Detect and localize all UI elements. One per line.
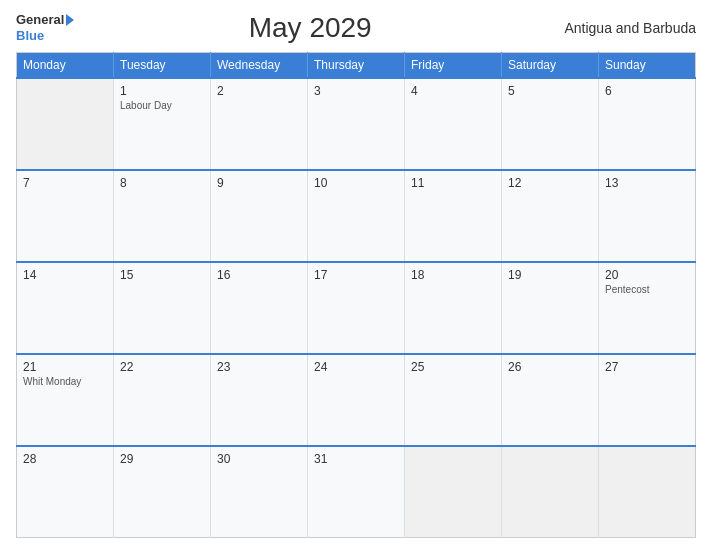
day-number: 17 (314, 268, 398, 282)
logo-general-text: General (16, 12, 64, 28)
page: General Blue May 2029 Antigua and Barbud… (0, 0, 712, 550)
col-tuesday: Tuesday (114, 53, 211, 79)
calendar-cell (17, 78, 114, 170)
day-number: 8 (120, 176, 204, 190)
calendar-cell: 10 (308, 170, 405, 262)
calendar-cell: 5 (502, 78, 599, 170)
day-number: 15 (120, 268, 204, 282)
calendar-cell: 24 (308, 354, 405, 446)
day-number: 14 (23, 268, 107, 282)
calendar-header-row: Monday Tuesday Wednesday Thursday Friday… (17, 53, 696, 79)
day-number: 4 (411, 84, 495, 98)
calendar-title: May 2029 (74, 12, 546, 44)
day-number: 31 (314, 452, 398, 466)
calendar-cell: 11 (405, 170, 502, 262)
calendar-cell: 28 (17, 446, 114, 538)
day-number: 7 (23, 176, 107, 190)
calendar-cell: 23 (211, 354, 308, 446)
day-number: 3 (314, 84, 398, 98)
holiday-label: Labour Day (120, 100, 204, 111)
day-number: 19 (508, 268, 592, 282)
day-number: 5 (508, 84, 592, 98)
day-number: 11 (411, 176, 495, 190)
calendar-cell: 14 (17, 262, 114, 354)
day-number: 2 (217, 84, 301, 98)
calendar-cell: 16 (211, 262, 308, 354)
calendar-cell: 9 (211, 170, 308, 262)
country-name: Antigua and Barbuda (546, 20, 696, 36)
day-number: 21 (23, 360, 107, 374)
calendar-week-1: 1Labour Day23456 (17, 78, 696, 170)
calendar-cell: 1Labour Day (114, 78, 211, 170)
header: General Blue May 2029 Antigua and Barbud… (16, 12, 696, 44)
col-sunday: Sunday (599, 53, 696, 79)
col-wednesday: Wednesday (211, 53, 308, 79)
calendar-cell (599, 446, 696, 538)
calendar-cell: 19 (502, 262, 599, 354)
holiday-label: Pentecost (605, 284, 689, 295)
calendar-cell: 15 (114, 262, 211, 354)
calendar-cell: 18 (405, 262, 502, 354)
col-monday: Monday (17, 53, 114, 79)
calendar-cell: 4 (405, 78, 502, 170)
day-number: 22 (120, 360, 204, 374)
calendar-cell (502, 446, 599, 538)
day-number: 13 (605, 176, 689, 190)
calendar-cell: 12 (502, 170, 599, 262)
day-number: 1 (120, 84, 204, 98)
calendar-cell: 31 (308, 446, 405, 538)
col-friday: Friday (405, 53, 502, 79)
day-number: 24 (314, 360, 398, 374)
calendar-week-4: 21Whit Monday222324252627 (17, 354, 696, 446)
calendar-cell: 20Pentecost (599, 262, 696, 354)
calendar-cell: 13 (599, 170, 696, 262)
calendar-cell (405, 446, 502, 538)
calendar-cell: 29 (114, 446, 211, 538)
day-number: 23 (217, 360, 301, 374)
day-number: 6 (605, 84, 689, 98)
calendar-week-2: 78910111213 (17, 170, 696, 262)
calendar-cell: 7 (17, 170, 114, 262)
logo-triangle-icon (66, 14, 74, 26)
calendar-cell: 3 (308, 78, 405, 170)
day-number: 12 (508, 176, 592, 190)
day-number: 25 (411, 360, 495, 374)
calendar-cell: 17 (308, 262, 405, 354)
calendar-cell: 2 (211, 78, 308, 170)
day-number: 18 (411, 268, 495, 282)
calendar-week-3: 14151617181920Pentecost (17, 262, 696, 354)
col-saturday: Saturday (502, 53, 599, 79)
calendar-table: Monday Tuesday Wednesday Thursday Friday… (16, 52, 696, 538)
logo: General Blue (16, 12, 74, 43)
day-number: 28 (23, 452, 107, 466)
calendar-cell: 30 (211, 446, 308, 538)
holiday-label: Whit Monday (23, 376, 107, 387)
col-thursday: Thursday (308, 53, 405, 79)
day-number: 27 (605, 360, 689, 374)
day-number: 10 (314, 176, 398, 190)
calendar-cell: 6 (599, 78, 696, 170)
calendar-cell: 21Whit Monday (17, 354, 114, 446)
calendar-week-5: 28293031 (17, 446, 696, 538)
logo-blue-text: Blue (16, 28, 74, 44)
day-number: 16 (217, 268, 301, 282)
calendar-cell: 27 (599, 354, 696, 446)
day-number: 30 (217, 452, 301, 466)
day-number: 26 (508, 360, 592, 374)
day-number: 9 (217, 176, 301, 190)
day-number: 29 (120, 452, 204, 466)
calendar-cell: 8 (114, 170, 211, 262)
day-number: 20 (605, 268, 689, 282)
calendar-cell: 22 (114, 354, 211, 446)
calendar-cell: 26 (502, 354, 599, 446)
calendar-cell: 25 (405, 354, 502, 446)
